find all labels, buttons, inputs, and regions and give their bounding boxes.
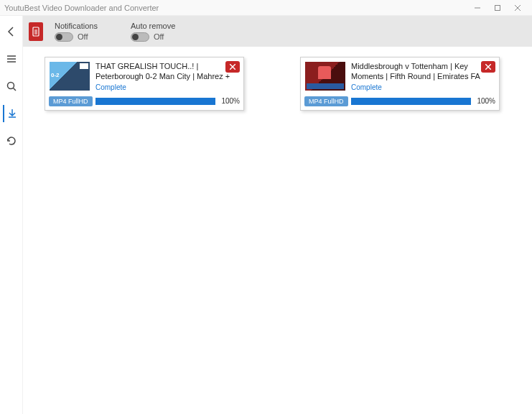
video-thumbnail[interactable]: [305, 62, 345, 91]
sidebar: [0, 16, 23, 414]
auto-remove-state: Off: [154, 32, 164, 41]
video-thumbnail[interactable]: [50, 62, 90, 91]
svg-point-7: [7, 83, 14, 89]
format-tag: MP4 FullHD: [304, 96, 348, 106]
download-status: Complete: [95, 83, 239, 91]
auto-remove-label: Auto remove: [131, 22, 175, 30]
close-window-button[interactable]: [508, 1, 528, 15]
minimize-button[interactable]: [467, 1, 487, 15]
search-icon[interactable]: [3, 78, 20, 95]
svg-rect-1: [495, 5, 500, 10]
notifications-toggle[interactable]: [55, 32, 73, 42]
maximize-button[interactable]: [487, 1, 508, 15]
svg-line-8: [13, 88, 16, 91]
remove-download-button[interactable]: [481, 61, 495, 73]
progress-percent: 100%: [474, 97, 495, 105]
progress-percent: 100%: [218, 97, 240, 105]
notifications-toggle-group: Notifications Off: [55, 22, 98, 42]
progress-bar: [95, 98, 215, 105]
app-title: YoutuBest Video Downloader and Converter: [4, 4, 159, 12]
download-card: Middlesbrough v Tottenham | Key Moments …: [300, 57, 500, 111]
auto-remove-toggle-group: Auto remove Off: [131, 22, 175, 42]
notifications-state: Off: [78, 32, 88, 41]
progress-bar: [351, 98, 471, 105]
format-tag: MP4 FullHD: [49, 96, 93, 106]
menu-icon[interactable]: [3, 50, 20, 68]
toolbar-action-button[interactable]: [29, 22, 43, 41]
back-button[interactable]: [3, 23, 20, 40]
video-title: Middlesbrough v Tottenham | Key Moments …: [351, 62, 495, 82]
remove-download-button[interactable]: [225, 61, 240, 73]
titlebar: YoutuBest Video Downloader and Converter: [0, 0, 532, 16]
svg-rect-9: [33, 27, 39, 36]
download-status: Complete: [351, 83, 495, 91]
video-title: THAT GREALISH TOUCH..! | Peterborough 0-…: [95, 62, 239, 82]
toolbar: Notifications Off Auto remove Off: [23, 16, 532, 47]
auto-remove-toggle[interactable]: [131, 32, 149, 42]
notifications-label: Notifications: [55, 22, 98, 30]
refresh-icon[interactable]: [3, 132, 20, 150]
downloads-content: THAT GREALISH TOUCH..! | Peterborough 0-…: [23, 47, 532, 414]
download-card: THAT GREALISH TOUCH..! | Peterborough 0-…: [45, 57, 244, 111]
downloads-icon[interactable]: [3, 105, 20, 122]
